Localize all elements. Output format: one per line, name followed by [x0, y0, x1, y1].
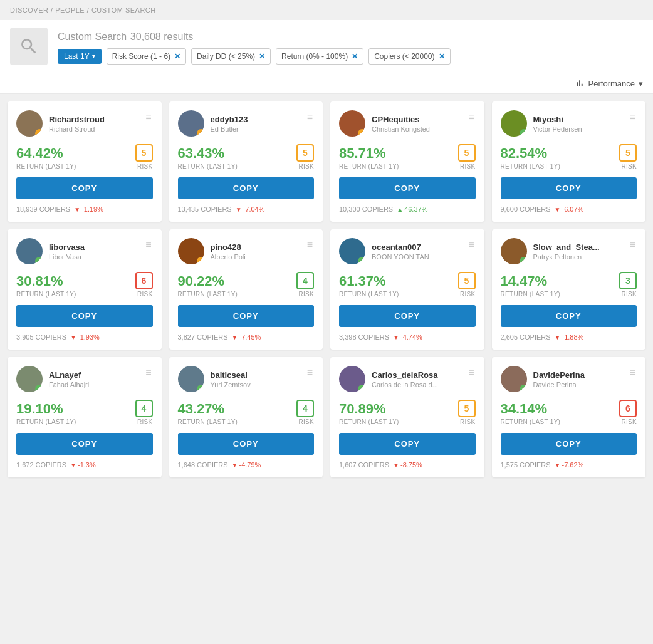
- user-info: ★ balticseal Yuri Zemtsov: [178, 366, 251, 392]
- username[interactable]: Richardstroud: [49, 115, 105, 124]
- copy-button[interactable]: COPY: [339, 177, 476, 199]
- chart-icon: [575, 78, 585, 88]
- close-icon[interactable]: ✕: [259, 52, 265, 61]
- header: Custom Search 30,608 results Last 1Y ▾ R…: [0, 20, 653, 73]
- close-icon[interactable]: ✕: [174, 52, 180, 61]
- dropdown-arrow-icon: ▾: [639, 79, 643, 88]
- breadcrumb-people[interactable]: PEOPLE: [55, 6, 85, 14]
- risk-box: 4: [296, 400, 314, 417]
- breadcrumb-discover[interactable]: DISCOVER: [10, 6, 48, 14]
- user-info: ★ oceantan007 BOON YOON TAN: [339, 238, 429, 264]
- copiers-count: 9,600 COPIERS: [501, 205, 551, 213]
- down-arrow-icon: ▼: [393, 334, 399, 341]
- copy-button[interactable]: COPY: [339, 433, 476, 455]
- card-menu-icon[interactable]: ≡: [467, 110, 475, 124]
- card-menu-icon[interactable]: ≡: [629, 238, 637, 252]
- avatar: ★: [16, 366, 43, 392]
- card-footer: 1,575 COPIERS ▼ -7.62%: [501, 461, 637, 469]
- avatar: ★: [339, 110, 365, 137]
- close-icon[interactable]: ✕: [439, 52, 445, 61]
- return-value: 19.10%: [16, 401, 76, 417]
- risk-box: 6: [135, 272, 153, 289]
- down-arrow-icon: ▼: [555, 206, 561, 213]
- trader-card: ★ Carlos_delaRosa Carlos de la Rosa d...…: [330, 357, 484, 477]
- down-arrow-icon: ▼: [393, 462, 399, 469]
- realname: Ed Butler: [211, 125, 248, 133]
- card-menu-icon[interactable]: ≡: [144, 238, 152, 252]
- down-arrow-icon: ▼: [70, 462, 76, 469]
- copiers-count: 1,575 COPIERS: [501, 461, 551, 469]
- username[interactable]: Miyoshi: [533, 115, 582, 124]
- copiers-count: 13,435 COPIERS: [178, 205, 232, 213]
- realname: Davide Perina: [533, 381, 585, 388]
- copy-button[interactable]: COPY: [501, 433, 637, 455]
- risk-box: 5: [458, 272, 476, 289]
- close-icon[interactable]: ✕: [352, 52, 358, 61]
- time-period-filter[interactable]: Last 1Y ▾: [58, 49, 102, 64]
- performance-change: ▼ -1.88%: [555, 333, 584, 341]
- card-menu-icon[interactable]: ≡: [629, 110, 637, 124]
- username[interactable]: eddyb123: [211, 115, 248, 124]
- risk-box: 5: [458, 144, 476, 162]
- star-badge: ★: [358, 385, 365, 392]
- copy-button[interactable]: COPY: [16, 177, 153, 199]
- card-menu-icon[interactable]: ≡: [306, 366, 314, 380]
- card-menu-icon[interactable]: ≡: [306, 110, 314, 124]
- card-footer: 9,600 COPIERS ▼ -6.07%: [501, 205, 637, 213]
- user-info: ★ liborvasa Libor Vasa: [16, 238, 85, 264]
- risk-score-filter[interactable]: Risk Score (1 - 6) ✕: [107, 48, 186, 65]
- card-footer: 1,672 COPIERS ▼ -1.3%: [16, 461, 153, 469]
- risk-label: RISK: [296, 291, 314, 298]
- username[interactable]: ALnayef: [49, 370, 89, 380]
- username[interactable]: Carlos_delaRosa: [372, 370, 438, 380]
- user-info: ★ eddyb123 Ed Butler: [178, 110, 248, 137]
- copy-button[interactable]: COPY: [178, 177, 315, 199]
- copy-button[interactable]: COPY: [16, 433, 153, 455]
- copy-button[interactable]: COPY: [339, 305, 476, 327]
- return-filter[interactable]: Return (0% - 100%) ✕: [276, 48, 363, 65]
- daily-dd-filter[interactable]: Daily DD (< 25%) ✕: [191, 48, 271, 65]
- realname: Alberto Poli: [211, 253, 246, 261]
- copy-button[interactable]: COPY: [178, 433, 315, 455]
- performance-change: ▼ -4.79%: [232, 461, 261, 469]
- star-badge: ★: [520, 257, 527, 264]
- card-menu-icon[interactable]: ≡: [144, 366, 152, 380]
- copiers-filter[interactable]: Copiers (< 20000) ✕: [368, 48, 450, 65]
- username[interactable]: oceantan007: [372, 242, 429, 252]
- performance-button[interactable]: Performance ▾: [575, 78, 643, 88]
- card-stats: 61.37% RETURN (LAST 1Y) 5 RISK: [339, 272, 476, 298]
- return-label: RETURN (LAST 1Y): [178, 163, 238, 170]
- copiers-count: 3,905 COPIERS: [16, 333, 66, 341]
- performance-change: ▼ -8.75%: [393, 461, 422, 469]
- card-menu-icon[interactable]: ≡: [467, 366, 475, 380]
- copy-button[interactable]: COPY: [178, 305, 315, 327]
- card-stats: 14.47% RETURN (LAST 1Y) 3 RISK: [501, 272, 637, 298]
- card-menu-icon[interactable]: ≡: [306, 238, 314, 252]
- card-menu-icon[interactable]: ≡: [144, 110, 152, 124]
- performance-change: ▲ 46.37%: [397, 205, 427, 213]
- user-info: ★ Carlos_delaRosa Carlos de la Rosa d...: [339, 366, 438, 392]
- star-badge: ★: [35, 257, 43, 264]
- copy-button[interactable]: COPY: [501, 305, 637, 327]
- return-value: 70.89%: [339, 401, 399, 417]
- down-arrow-icon: ▼: [236, 206, 242, 213]
- card-menu-icon[interactable]: ≡: [629, 366, 637, 380]
- performance-change: ▼ -7.04%: [236, 205, 265, 213]
- username[interactable]: liborvasa: [49, 242, 85, 252]
- username[interactable]: Slow_and_Stea...: [533, 242, 600, 252]
- up-arrow-icon: ▲: [397, 206, 403, 213]
- realname: Yuri Zemtsov: [211, 381, 251, 388]
- username[interactable]: pino428: [211, 242, 246, 252]
- username[interactable]: CPHequities: [372, 115, 430, 124]
- trader-card: ★ liborvasa Libor Vasa ≡ 30.81% RETURN (…: [8, 229, 162, 350]
- username[interactable]: balticseal: [211, 370, 251, 380]
- risk-label: RISK: [458, 163, 476, 170]
- copy-button[interactable]: COPY: [16, 305, 153, 327]
- username[interactable]: DavidePerina: [533, 370, 585, 380]
- dropdown-arrow-icon: ▾: [92, 53, 95, 60]
- return-value: 63.43%: [178, 145, 238, 162]
- copy-button[interactable]: COPY: [501, 177, 637, 199]
- card-stats: 64.42% RETURN (LAST 1Y) 5 RISK: [16, 144, 153, 170]
- breadcrumb-custom-search[interactable]: CUSTOM SEARCH: [91, 6, 156, 14]
- card-menu-icon[interactable]: ≡: [467, 238, 475, 252]
